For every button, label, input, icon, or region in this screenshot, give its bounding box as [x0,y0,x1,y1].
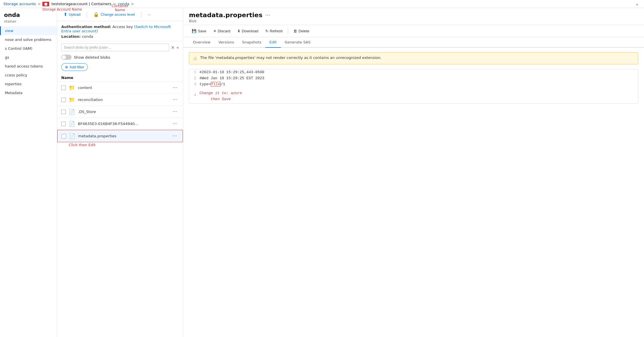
line-content[interactable]: #2023-01-18 15:29:25,443-0500 [199,70,264,74]
toolbar-sep2 [141,12,141,17]
sidebar-item-sas-tokens[interactable]: hared access tokens [0,62,57,71]
sidebar: onda ntainer view nose and solve problem… [0,8,57,337]
breadcrumb-storage-accounts[interactable]: Storage accounts [3,2,36,6]
collapse-icon[interactable]: « [176,45,179,50]
highlighted-word[interactable]: file [211,82,221,87]
discard-label: Discard [218,29,230,33]
tab-snapshots[interactable]: Snapshots [238,37,266,48]
file-name: content [78,86,168,90]
file-checkbox[interactable] [62,134,66,138]
file-checkbox[interactable] [61,86,66,90]
file-icon: 📄 [69,133,75,139]
file-more-button[interactable]: ··· [171,108,179,115]
file-checkbox[interactable] [61,122,66,126]
upload-icon: ⬆ [64,12,67,17]
save-icon: 💾 [192,29,196,33]
save-button[interactable]: 💾 Save [189,27,209,35]
breadcrumb-redbox: ■ [42,2,49,6]
right-more-button[interactable]: ··· [265,12,270,18]
change-hint: Change it to: azure then Save [199,90,242,102]
file-row[interactable]: 📄 BF4635E3-016B4F38-F544940... ··· [57,118,183,130]
sidebar-item-view-label: view [5,29,13,33]
breadcrumb-storage-label: Storage Account Name [42,7,82,11]
file-name: .DS_Store [78,110,168,114]
breadcrumb-container-label: ContainerName [112,4,129,12]
download-button[interactable]: ⬇ Download [234,27,261,35]
code-editor[interactable]: 1#2023-01-18 15:29:25,443-05002#Wed Jan … [189,69,638,104]
auth-location-line: Location: conda [61,34,179,39]
sidebar-item-properties-label: roperties [5,82,21,86]
tab-versions[interactable]: Versions [214,37,238,48]
right-tabs: OverviewVersionsSnapshotsEditGenerate SA… [183,37,644,48]
sidebar-subtitle: ntainer [0,19,57,26]
center-panel: ⬆ Upload 🔒 Change access level ··· Authe… [57,8,183,337]
breadcrumb-collapse[interactable]: « [636,2,638,7]
download-label: Download [242,29,258,33]
warning-icon: ⚠ [193,56,197,61]
breadcrumb-account-name[interactable]: teststorageaccount | Containers [52,2,111,6]
right-panel-title: metadata.properties [189,11,262,19]
file-row[interactable]: 📄 metadata.properties ··· [57,130,183,142]
line-number: 3 [189,82,199,86]
breadcrumb-account[interactable]: ■ teststorageaccount | Containers [42,2,111,6]
code-line: 3type=file/1 [189,81,638,87]
sidebar-item-access-policy[interactable]: ccess policy [0,71,57,80]
sidebar-item-properties[interactable]: roperties [0,80,57,88]
auth-method-line: Authentication method: Access key (Switc… [61,25,179,33]
right-toolbar: 💾 Save ✕ Discard ⬇ Download ↻ Refresh [183,25,644,37]
add-filter-button[interactable]: ⊕ Add filter [61,63,88,71]
more-label: ··· [148,12,151,17]
toolbar-sep1 [87,12,87,17]
tab-edit[interactable]: Edit [265,37,280,48]
lock-icon: 🔒 [93,12,99,17]
line-content[interactable]: #Wed Jan 18 15:29:25 EST 2023 [199,76,264,80]
file-name: BF4635E3-016B4F38-F544940... [78,122,168,126]
file-more-button[interactable]: ··· [171,96,179,103]
filter-label: Add filter [70,65,84,69]
folder-icon: 📁 [69,85,75,91]
file-checkbox[interactable] [61,98,66,102]
show-deleted-toggle[interactable] [61,55,72,60]
file-more-button[interactable]: ··· [171,120,179,127]
delete-label: Delete [299,29,309,33]
file-more-button[interactable]: ··· [171,84,179,91]
delete-button[interactable]: 🗑 Delete [291,27,312,35]
warning-text: The file 'metadata.properties' may not r… [200,55,382,60]
search-clear-icon[interactable]: × [171,45,175,50]
discard-button[interactable]: ✕ Discard [210,27,233,35]
tab-overview[interactable]: Overview [189,37,214,48]
file-checkbox[interactable] [61,110,66,114]
show-deleted-label: Show deleted blobs [74,55,110,60]
right-header: metadata.properties ··· Blob [183,8,644,25]
filter-icon: ⊕ [65,65,68,69]
filter-row: ⊕ Add filter [57,62,183,74]
sidebar-item-iam[interactable]: s Control (IAM) [0,44,57,53]
save-label: Save [198,29,206,33]
file-more-button[interactable]: ··· [171,133,179,139]
right-toolbar-sep [288,28,288,34]
right-panel-subtitle: Blob [189,19,638,23]
search-input[interactable] [61,43,169,51]
line-number: 4 [189,93,199,97]
sidebar-item-settings[interactable]: gs [0,53,57,62]
sidebar-item-iam-label: s Control (IAM) [5,46,32,51]
sidebar-item-sas-tokens-label: hared access tokens [5,64,43,68]
file-row[interactable]: 📁 reconciliation ··· [57,94,183,106]
breadcrumb-bar: Storage accounts > ■ teststorageaccount … [0,0,644,8]
upload-button[interactable]: ⬆ Upload [61,10,83,19]
more-button[interactable]: ··· [145,11,154,18]
file-row[interactable]: 📄 .DS_Store ··· [57,106,183,118]
file-row[interactable]: 📁 content ··· [57,82,183,94]
file-list-header: Name [57,74,183,82]
toggle-row: Show deleted blobs [57,53,183,62]
file-name: metadata.properties [78,134,168,138]
sidebar-item-settings-label: gs [5,55,9,60]
sidebar-item-metadata[interactable]: Metadata [0,88,57,97]
location-label: Location: [61,34,81,39]
refresh-button[interactable]: ↻ Refresh [262,27,286,35]
line-content[interactable]: type=file/1 [199,82,225,86]
sidebar-item-diagnose[interactable]: nose and solve problems [0,35,57,44]
sidebar-item-view[interactable]: view [0,26,57,35]
tab-generate-sas[interactable]: Generate SAS [281,37,315,48]
sidebar-item-diagnose-label: nose and solve problems [5,37,51,42]
